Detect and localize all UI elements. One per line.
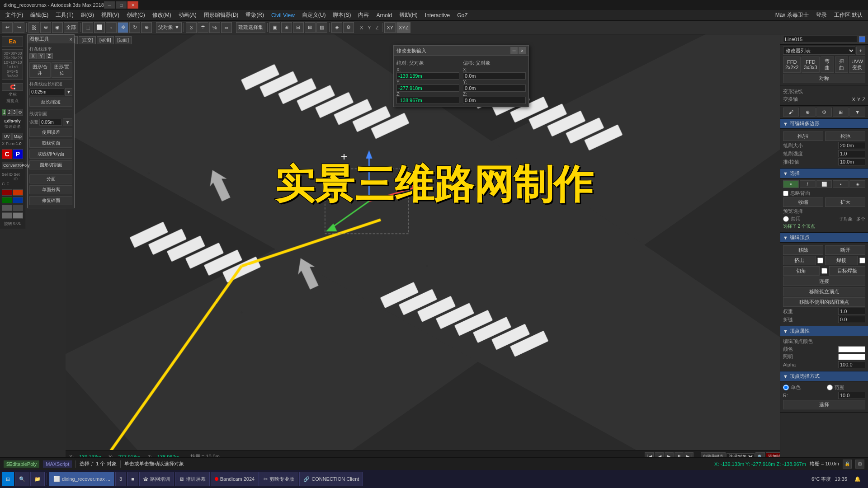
length-input[interactable] bbox=[29, 89, 64, 95]
angle-snap[interactable]: ☂ bbox=[198, 22, 208, 33]
close-button[interactable]: ✕ bbox=[127, 1, 138, 9]
minimize-button[interactable]: ─ bbox=[104, 1, 115, 9]
mod-add-btn[interactable]: + bbox=[856, 47, 865, 55]
relax-button[interactable]: 松驰 bbox=[825, 131, 865, 141]
icon-blue[interactable] bbox=[13, 197, 23, 203]
weld-button[interactable]: 焊接 bbox=[825, 256, 858, 265]
by-color-radio[interactable] bbox=[783, 385, 789, 390]
fix-button[interactable]: 修复碎面 bbox=[29, 196, 72, 205]
length-dropdown[interactable]: ▼ bbox=[65, 88, 72, 96]
mirror-icon[interactable]: ⊞ bbox=[833, 108, 849, 117]
xy-plane-button[interactable]: XY bbox=[384, 22, 396, 33]
brush-strength-input[interactable] bbox=[838, 150, 865, 157]
icon-red1[interactable] bbox=[2, 189, 12, 196]
task-3[interactable]: 3 bbox=[115, 472, 126, 486]
cut-poly-button[interactable]: 取线切Poly面 bbox=[29, 150, 72, 159]
viewport-ortho[interactable]: [正交] bbox=[79, 36, 96, 44]
shrink-button[interactable]: 收缩 bbox=[783, 197, 823, 207]
off-x-input[interactable] bbox=[463, 72, 526, 80]
grow-button[interactable]: 扩大 bbox=[825, 197, 865, 207]
poly-mode[interactable]: ▪ bbox=[833, 180, 849, 188]
layer-button[interactable]: ⊠ bbox=[305, 22, 316, 33]
menu-group[interactable]: 组(G) bbox=[77, 10, 98, 20]
select-all-button[interactable]: 全部 bbox=[64, 22, 78, 33]
abs-y-input[interactable] bbox=[396, 84, 459, 92]
maximize-button[interactable]: □ bbox=[116, 1, 127, 9]
bend-mod[interactable]: 弯曲 bbox=[821, 56, 834, 73]
vertex-mode[interactable]: • bbox=[783, 180, 799, 188]
mode-4[interactable]: ⚙ bbox=[17, 109, 23, 116]
sym-mod[interactable]: 对称 bbox=[783, 74, 865, 83]
x-button[interactable]: X bbox=[29, 53, 37, 59]
twist-mod[interactable]: 扭曲 bbox=[835, 56, 849, 73]
select-icon[interactable]: ⊕ bbox=[800, 108, 816, 117]
edit-vertex-header[interactable]: ▼ 编辑顶点 bbox=[780, 233, 868, 243]
chamfer-button[interactable]: 切角 bbox=[783, 266, 820, 276]
element-mode[interactable]: ◈ bbox=[849, 180, 865, 188]
ffd-2x2x2[interactable]: FFD 2x2x2 bbox=[783, 56, 801, 73]
dialog-close-btn[interactable]: × bbox=[519, 47, 526, 54]
move-isolated-button[interactable]: 移除孤立顶点 bbox=[783, 287, 865, 296]
icon-gray3[interactable] bbox=[2, 212, 12, 219]
icon-gray2[interactable] bbox=[13, 205, 23, 211]
weight-input[interactable] bbox=[838, 308, 865, 315]
chamfer-check[interactable] bbox=[821, 268, 827, 274]
copy-button[interactable]: 图形/置位 bbox=[52, 62, 73, 78]
split-single-button[interactable]: 单面分离 bbox=[29, 185, 72, 194]
login-button[interactable]: 登录 bbox=[812, 10, 830, 20]
uvw-mod[interactable]: UVW 变换 bbox=[849, 56, 865, 73]
spinner-snap[interactable]: ∞ bbox=[221, 22, 232, 33]
r-input[interactable] bbox=[838, 392, 865, 399]
curve-editor[interactable]: ◈ bbox=[331, 22, 342, 33]
schematic-view[interactable]: ⚙ bbox=[343, 22, 354, 33]
menu-tools[interactable]: 工具(T) bbox=[52, 10, 77, 20]
disconnect-button[interactable]: 断开 bbox=[825, 245, 865, 255]
menu-max-guard[interactable]: Max 杀毒卫士 bbox=[772, 10, 812, 20]
dialog-min[interactable]: ─ bbox=[510, 47, 518, 54]
cut-circle-button[interactable]: 圆形切割面 bbox=[29, 160, 72, 169]
alpha-input[interactable] bbox=[838, 361, 865, 368]
menu-graph[interactable]: 图形编辑器(D) bbox=[200, 10, 242, 20]
select-lasso-button[interactable]: ◦ bbox=[106, 22, 117, 33]
p-button[interactable]: P bbox=[13, 149, 23, 159]
vertex-sel-header[interactable]: ▼ 顶点选择方式 bbox=[780, 371, 868, 381]
ref-coord-dropdown[interactable]: 父对象 ▼ bbox=[156, 22, 182, 33]
unlink-button[interactable]: ⊕ bbox=[40, 22, 51, 33]
extend-button[interactable]: 延长/缩短 bbox=[29, 98, 72, 107]
ffd-3x3x3[interactable]: FFD 3x3x3 bbox=[802, 56, 819, 73]
connect-button[interactable]: 连接 bbox=[783, 277, 865, 286]
icon-gray1[interactable] bbox=[2, 205, 12, 211]
selection-header[interactable]: ▼ 选择 bbox=[780, 169, 868, 178]
pp-val-input[interactable] bbox=[838, 158, 865, 165]
abs-x-input[interactable] bbox=[396, 72, 459, 80]
mode-2[interactable]: 2 bbox=[7, 109, 11, 116]
icon-red2[interactable] bbox=[13, 189, 23, 196]
use-tolerance-button[interactable]: 使用误差 bbox=[29, 128, 72, 137]
icon-green[interactable] bbox=[2, 197, 12, 203]
menu-arnold[interactable]: Arnold bbox=[373, 11, 396, 19]
paint-icon[interactable]: 🖌 bbox=[783, 108, 799, 117]
bandicam-task[interactable]: Bandicam 2024 bbox=[211, 472, 259, 486]
mode-3[interactable]: 3 bbox=[12, 109, 17, 116]
start-button[interactable]: ⊞ bbox=[2, 472, 14, 486]
align-view-button[interactable]: ⊟ bbox=[293, 22, 304, 33]
settings-icon[interactable]: ▼ bbox=[849, 108, 865, 117]
weld-check[interactable] bbox=[859, 258, 865, 263]
select-region-button[interactable]: ⬜ bbox=[94, 22, 105, 33]
menu-views[interactable]: 视图(V) bbox=[98, 10, 123, 20]
viewport-standard[interactable]: [标准] bbox=[97, 36, 114, 44]
object-name-input[interactable] bbox=[783, 36, 857, 43]
menu-rendering[interactable]: 重染(R) bbox=[242, 10, 268, 20]
3dsmax-task[interactable]: ⬜ dixing_recover.max ... bbox=[49, 472, 114, 486]
off-z-input[interactable] bbox=[463, 97, 526, 104]
extrude-button[interactable]: 挤出 bbox=[783, 256, 816, 265]
menu-file[interactable]: 文件(F) bbox=[2, 10, 27, 20]
grid-icon[interactable]: ⊞ bbox=[855, 460, 864, 469]
lock-icon[interactable]: 🔒 bbox=[843, 460, 852, 469]
abs-z-input[interactable] bbox=[396, 97, 459, 104]
brush-size-input[interactable] bbox=[838, 142, 865, 149]
icon-gray4[interactable] bbox=[13, 212, 23, 219]
editable-poly-header[interactable]: ▼ 可编辑多边形 bbox=[780, 119, 868, 129]
split-button[interactable]: 分面 bbox=[29, 174, 72, 183]
scale-button[interactable]: ⊕ bbox=[141, 22, 152, 33]
